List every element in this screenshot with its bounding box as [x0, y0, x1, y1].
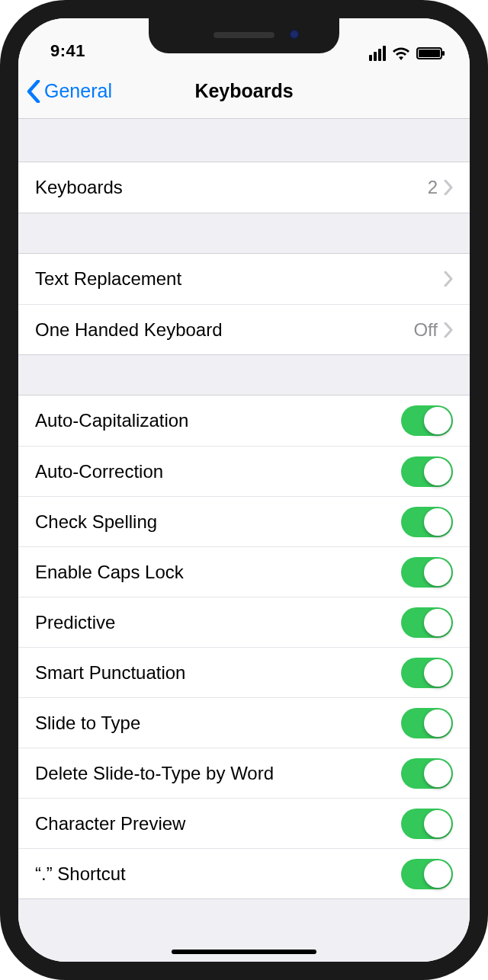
row-toggle: Character Preview [18, 798, 470, 848]
toggle-switch[interactable] [401, 607, 453, 638]
home-indicator[interactable] [172, 950, 316, 954]
row-toggle: “.” Shortcut [18, 848, 470, 898]
toggle-label: Slide to Type [35, 713, 401, 734]
nav-bar: General Keyboards [18, 64, 470, 119]
chevron-right-icon [444, 322, 453, 338]
section-spacer [18, 119, 470, 162]
cellular-icon [369, 46, 386, 61]
toggle-label: Delete Slide-to-Type by Word [35, 763, 401, 784]
toggle-label: Character Preview [35, 813, 401, 834]
chevron-right-icon [444, 180, 453, 195]
row-toggle: Enable Caps Lock [18, 546, 470, 597]
section-spacer [18, 213, 470, 253]
row-one-handed-keyboard[interactable]: One Handed Keyboard Off [18, 304, 470, 354]
toggle-label: Enable Caps Lock [35, 562, 401, 583]
row-label: Keyboards [35, 177, 428, 198]
toggle-label: Smart Punctuation [35, 662, 401, 684]
row-label: One Handed Keyboard [35, 319, 413, 341]
toggle-switch[interactable] [401, 456, 453, 487]
toggle-label: Auto-Correction [35, 461, 401, 482]
row-text-replacement[interactable]: Text Replacement [18, 254, 470, 304]
row-toggle: Check Spelling [18, 496, 470, 546]
screen: 9:41 General Keyboards Keyboards [18, 18, 470, 962]
row-label: Text Replacement [35, 268, 444, 290]
back-button[interactable]: General [26, 64, 112, 118]
group-toggles: Auto-CapitalizationAuto-CorrectionCheck … [18, 395, 470, 899]
notch [149, 18, 339, 53]
chevron-right-icon [444, 271, 453, 287]
row-keyboards[interactable]: Keyboards 2 [18, 162, 470, 213]
row-value: Off [413, 319, 438, 341]
section-spacer [18, 355, 470, 395]
toggle-switch[interactable] [401, 658, 453, 688]
toggle-label: Predictive [35, 612, 401, 633]
toggle-switch[interactable] [401, 708, 453, 738]
page-title: Keyboards [194, 80, 293, 102]
row-toggle: Auto-Capitalization [18, 396, 470, 446]
toggle-switch[interactable] [401, 859, 453, 889]
group-keyboards: Keyboards 2 [18, 162, 470, 213]
back-label: General [44, 80, 112, 102]
toggle-switch[interactable] [401, 405, 453, 436]
settings-content[interactable]: Keyboards 2 Text Replacement One Handed … [18, 119, 470, 962]
row-toggle: Smart Punctuation [18, 647, 470, 697]
row-toggle: Predictive [18, 597, 470, 647]
toggle-switch[interactable] [401, 557, 453, 588]
toggle-switch[interactable] [401, 507, 453, 537]
row-toggle: Slide to Type [18, 697, 470, 748]
phone-frame: 9:41 General Keyboards Keyboards [0, 0, 488, 980]
row-toggle: Delete Slide-to-Type by Word [18, 748, 470, 798]
status-time: 9:41 [50, 41, 85, 61]
toggle-label: Check Spelling [35, 511, 401, 533]
row-toggle: Auto-Correction [18, 446, 470, 496]
status-icons [369, 46, 442, 61]
group-text-options: Text Replacement One Handed Keyboard Off [18, 253, 470, 355]
wifi-icon [392, 46, 410, 61]
toggle-switch[interactable] [401, 809, 453, 839]
toggle-label: “.” Shortcut [35, 863, 401, 885]
battery-icon [416, 47, 442, 59]
toggle-label: Auto-Capitalization [35, 410, 401, 431]
toggle-switch[interactable] [401, 758, 453, 789]
row-value: 2 [428, 177, 438, 198]
